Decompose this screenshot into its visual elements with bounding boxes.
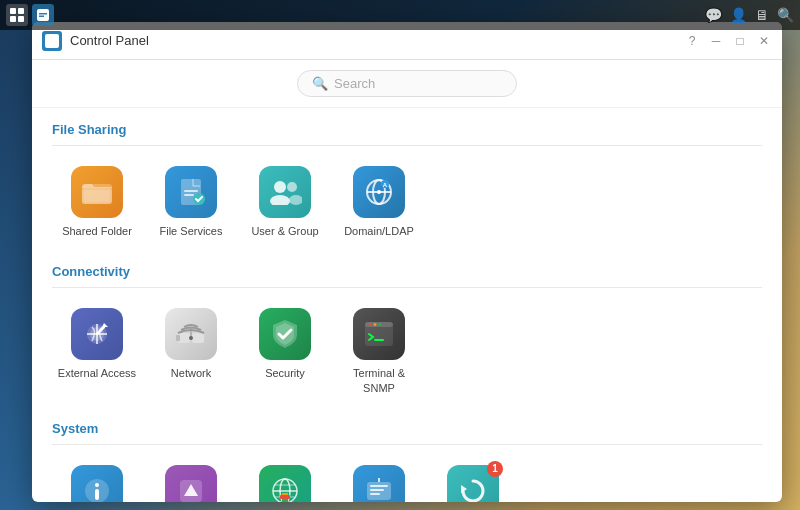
domain-icon: A — [353, 166, 405, 218]
update-badge: 1 — [487, 461, 503, 477]
login-portal-icon — [165, 465, 217, 502]
search-icon: 🔍 — [312, 76, 328, 91]
svg-point-40 — [374, 323, 377, 326]
shared-folder-label: Shared Folder — [62, 224, 132, 238]
svg-rect-6 — [39, 16, 44, 18]
taskbar: 💬 👤 🖥 🔍 — [0, 0, 800, 30]
desktop-icon[interactable]: 🖥 — [755, 7, 769, 23]
svg-rect-8 — [47, 39, 57, 41]
item-external-access[interactable]: External Access — [52, 300, 142, 403]
regional-options-icon — [259, 465, 311, 502]
item-info-center[interactable]: Info Center — [52, 457, 142, 502]
section-system: System Info Center — [52, 407, 762, 502]
item-terminal[interactable]: Terminal & SNMP — [334, 300, 424, 403]
section-connectivity: Connectivity — [52, 250, 762, 407]
taskbar-apps-icon[interactable] — [6, 4, 28, 26]
external-access-label: External Access — [58, 366, 136, 380]
security-icon — [259, 308, 311, 360]
svg-point-39 — [369, 323, 372, 326]
svg-point-19 — [287, 182, 297, 192]
search-container: 🔍 Search — [32, 60, 782, 108]
connectivity-grid: External Access — [52, 296, 762, 407]
search-input[interactable]: Search — [334, 76, 375, 91]
item-security[interactable]: Security — [240, 300, 330, 403]
svg-rect-7 — [45, 34, 59, 48]
svg-point-24 — [377, 190, 381, 194]
content-area: File Sharing Shared Folder — [32, 108, 782, 502]
item-shared-folder[interactable]: Shared Folder — [52, 158, 142, 246]
section-header-file-sharing: File Sharing — [52, 108, 762, 146]
svg-point-17 — [274, 181, 286, 193]
info-center-icon — [71, 465, 123, 502]
network-label: Network — [171, 366, 211, 380]
taskbar-control-panel-icon[interactable] — [32, 4, 54, 26]
taskbar-left — [6, 4, 54, 26]
item-network[interactable]: Network — [146, 300, 236, 403]
svg-rect-2 — [10, 16, 16, 22]
file-sharing-grid: Shared Folder File — [52, 154, 762, 250]
svg-rect-34 — [192, 333, 204, 343]
file-services-label: File Services — [160, 224, 223, 238]
maximize-button[interactable]: □ — [732, 33, 748, 49]
section-file-sharing: File Sharing Shared Folder — [52, 108, 762, 250]
help-button[interactable]: ? — [684, 33, 700, 49]
external-access-icon — [71, 308, 123, 360]
svg-rect-1 — [18, 8, 24, 14]
svg-rect-54 — [282, 493, 288, 495]
svg-rect-35 — [176, 335, 180, 341]
domain-label: Domain/LDAP — [344, 224, 414, 238]
svg-point-44 — [95, 483, 99, 487]
svg-point-18 — [270, 195, 290, 205]
item-regional-options[interactable]: Regional Options — [240, 457, 330, 502]
section-header-connectivity: Connectivity — [52, 250, 762, 288]
svg-point-20 — [289, 195, 302, 205]
svg-rect-15 — [184, 194, 194, 196]
close-button[interactable]: ✕ — [756, 33, 772, 49]
user-group-icon — [259, 166, 311, 218]
item-update-restore[interactable]: 1 Update & Restore — [428, 457, 518, 502]
notification-icon — [353, 465, 405, 502]
svg-rect-45 — [95, 489, 99, 500]
window-title: Control Panel — [70, 33, 684, 48]
svg-rect-0 — [10, 8, 16, 14]
terminal-label: Terminal & SNMP — [338, 366, 420, 395]
svg-rect-3 — [18, 16, 24, 22]
item-domain[interactable]: A Domain/LDAP — [334, 158, 424, 246]
control-panel-window: Control Panel ? ─ □ ✕ 🔍 Search File Shar… — [32, 22, 782, 502]
window-controls: ? ─ □ ✕ — [684, 33, 772, 49]
section-header-system: System — [52, 407, 762, 445]
user-group-label: User & Group — [251, 224, 318, 238]
window-icon — [42, 31, 62, 51]
item-notification[interactable]: Notification — [334, 457, 424, 502]
svg-rect-12 — [84, 190, 110, 202]
file-services-icon — [165, 166, 217, 218]
svg-rect-58 — [370, 493, 380, 495]
svg-rect-56 — [370, 485, 388, 487]
user-icon[interactable]: 👤 — [730, 7, 747, 23]
item-login-portal[interactable]: Login Portal — [146, 457, 236, 502]
search-icon[interactable]: 🔍 — [777, 7, 794, 23]
svg-rect-57 — [370, 489, 384, 491]
search-bar[interactable]: 🔍 Search — [297, 70, 517, 97]
shared-folder-icon — [71, 166, 123, 218]
minimize-button[interactable]: ─ — [708, 33, 724, 49]
update-restore-icon: 1 — [447, 465, 499, 502]
svg-rect-14 — [184, 190, 198, 192]
svg-rect-9 — [47, 41, 54, 43]
svg-rect-4 — [37, 9, 49, 21]
svg-rect-5 — [39, 13, 47, 15]
system-grid: Info Center Login Portal — [52, 453, 762, 502]
svg-point-36 — [189, 336, 193, 340]
network-icon — [165, 308, 217, 360]
svg-text:A: A — [383, 182, 388, 188]
svg-rect-53 — [280, 495, 290, 499]
terminal-icon — [353, 308, 405, 360]
item-user-group[interactable]: User & Group — [240, 158, 330, 246]
taskbar-right: 💬 👤 🖥 🔍 — [705, 7, 794, 23]
svg-marker-32 — [102, 323, 108, 327]
svg-point-41 — [379, 323, 382, 326]
item-file-services[interactable]: File Services — [146, 158, 236, 246]
security-label: Security — [265, 366, 305, 380]
chat-icon[interactable]: 💬 — [705, 7, 722, 23]
